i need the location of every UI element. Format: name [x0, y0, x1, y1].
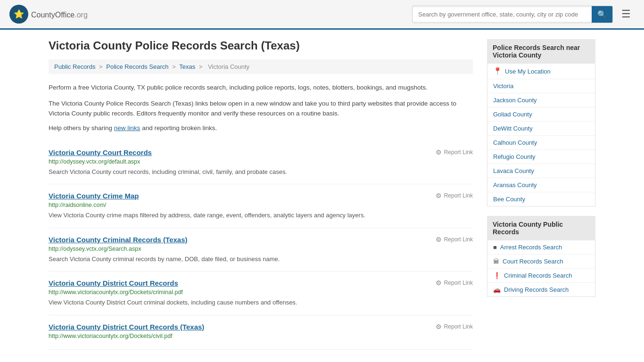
sidebar-nearby-list: 📍 Use My Location Victoria Jackson Count… [487, 64, 595, 206]
breadcrumb-victoria-county: Victoria County [208, 63, 249, 70]
sidebar-item-aransas[interactable]: Aransas County [487, 178, 595, 192]
report-label-3: Report Link [444, 280, 473, 286]
header-right: 🔍 ☰ [412, 6, 635, 23]
report-icon-0: ⚙ [436, 148, 442, 156]
search-input[interactable] [413, 8, 592, 21]
result-desc-3: View Victoria County District Court crim… [49, 298, 473, 307]
court-icon: 🏛 [493, 258, 499, 265]
logo-icon: ⭐ [9, 5, 28, 24]
new-links-link[interactable]: new links [114, 124, 140, 132]
result-item-3: Victoria County District Court Records ⚙… [49, 272, 473, 315]
criminal-records-link[interactable]: Criminal Records Search [504, 272, 572, 279]
court-records-link[interactable]: Court Records Search [503, 258, 563, 265]
result-url-4[interactable]: http://www.victoriacountytx.org/Dockets/… [49, 333, 473, 339]
sidebar-item-calhoun[interactable]: Calhoun County [487, 136, 595, 150]
sidebar-item-bee[interactable]: Bee County [487, 192, 595, 206]
breadcrumb-sep3: > [199, 63, 204, 70]
intro-text-1: Perform a free Victoria County, TX publi… [49, 82, 473, 93]
breadcrumb: Public Records > Police Records Search >… [49, 59, 473, 74]
sidebar-link-victoria[interactable]: Victoria [493, 82, 513, 90]
result-item-0: Victoria County Court Records ⚙ Report L… [49, 141, 473, 185]
result-title-1[interactable]: Victoria County Crime Map [49, 192, 139, 200]
menu-button[interactable]: ☰ [618, 6, 635, 22]
driving-records-link[interactable]: Driving Records Search [504, 286, 569, 293]
breadcrumb-sep1: > [99, 63, 104, 70]
result-url-3[interactable]: http://www.victoriacountytx.org/Dockets/… [49, 289, 473, 296]
main-container: Victoria County Police Records Search (T… [39, 30, 605, 359]
sidebar-link-jackson[interactable]: Jackson County [493, 97, 537, 104]
content-area: Victoria County Police Records Search (T… [49, 39, 473, 350]
report-icon-2: ⚙ [436, 236, 442, 243]
result-item-4: Victoria County District Court Records (… [49, 315, 473, 350]
report-link-4[interactable]: ⚙ Report Link [436, 323, 473, 330]
sidebar-item-lavaca[interactable]: Lavaca County [487, 164, 595, 178]
report-label-4: Report Link [444, 323, 473, 330]
breadcrumb-sep2: > [172, 63, 177, 70]
report-link-1[interactable]: ⚙ Report Link [436, 192, 473, 199]
results-list: Victoria County Court Records ⚙ Report L… [49, 141, 473, 350]
header: ⭐ CountyOffice.org 🔍 ☰ [0, 0, 644, 30]
sidebar-records-list: ■ Arrest Records Search 🏛 Court Records … [487, 240, 595, 297]
breadcrumb-public-records[interactable]: Public Records [54, 63, 95, 70]
sidebar-item-goliad[interactable]: Goliad County [487, 107, 595, 122]
breadcrumb-texas[interactable]: Texas [179, 63, 195, 70]
result-url-0[interactable]: http://odyssey.vctx.org/default.aspx [49, 158, 473, 165]
use-location-label: Use My Location [505, 68, 551, 75]
page-title: Victoria County Police Records Search (T… [49, 39, 473, 52]
report-link-3[interactable]: ⚙ Report Link [436, 279, 473, 287]
logo-text: CountyOffice.org [31, 9, 88, 20]
report-icon-1: ⚙ [436, 192, 442, 199]
sidebar-item-victoria[interactable]: Victoria [487, 79, 595, 93]
sidebar-driving-records[interactable]: 🚗 Driving Records Search [487, 283, 595, 296]
driving-icon: 🚗 [493, 286, 501, 293]
intro-text-2: The Victoria County Police Records Searc… [49, 99, 473, 119]
help-text-before: Help others by sharing [49, 124, 112, 132]
help-text: Help others by sharing new links and rep… [49, 124, 473, 132]
report-label-1: Report Link [444, 192, 473, 199]
sidebar-link-calhoun[interactable]: Calhoun County [493, 139, 537, 146]
sidebar-public-records-section: Victoria County Public Records ■ Arrest … [487, 216, 595, 297]
report-icon-3: ⚙ [436, 279, 442, 287]
result-desc-1: View Victoria County crime maps filtered… [49, 211, 473, 220]
arrest-icon: ■ [493, 244, 497, 251]
report-link-2[interactable]: ⚙ Report Link [436, 236, 473, 243]
result-item-1: Victoria County Crime Map ⚙ Report Link … [49, 184, 473, 228]
report-icon-4: ⚙ [436, 323, 442, 330]
sidebar-public-records-header: Victoria County Public Records [487, 216, 595, 240]
sidebar-link-lavaca[interactable]: Lavaca County [493, 167, 534, 174]
sidebar: Police Records Search near Victoria Coun… [487, 39, 595, 350]
result-desc-0: Search Victoria County court records, in… [49, 167, 473, 177]
search-bar: 🔍 [412, 6, 613, 23]
sidebar-link-refugio[interactable]: Refugio County [493, 153, 536, 160]
sidebar-use-location[interactable]: 📍 Use My Location [487, 64, 595, 79]
sidebar-court-records[interactable]: 🏛 Court Records Search [487, 255, 595, 269]
arrest-records-link[interactable]: Arrest Records Search [500, 244, 562, 251]
search-button[interactable]: 🔍 [592, 6, 612, 23]
result-item-2: Victoria County Criminal Records (Texas)… [49, 228, 473, 272]
logo-suffix: .org [74, 11, 88, 19]
help-text-after: and reporting broken links. [142, 124, 217, 132]
sidebar-link-aransas[interactable]: Aransas County [493, 181, 537, 189]
logo-name: CountyOffice [31, 11, 74, 19]
sidebar-item-dewitt[interactable]: DeWitt County [487, 122, 595, 136]
result-url-2[interactable]: http://odyssey.vctx.org/Search.aspx [49, 246, 473, 252]
sidebar-arrest-records[interactable]: ■ Arrest Records Search [487, 240, 595, 255]
sidebar-criminal-records[interactable]: ❗ Criminal Records Search [487, 269, 595, 283]
location-icon: 📍 [493, 67, 502, 75]
result-title-0[interactable]: Victoria County Court Records [49, 148, 152, 156]
result-title-4[interactable]: Victoria County District Court Records (… [49, 323, 204, 331]
sidebar-item-jackson[interactable]: Jackson County [487, 93, 595, 107]
report-label-0: Report Link [444, 149, 473, 156]
report-label-2: Report Link [444, 236, 473, 243]
criminal-icon: ❗ [493, 272, 501, 279]
sidebar-link-goliad[interactable]: Goliad County [493, 111, 532, 118]
sidebar-link-dewitt[interactable]: DeWitt County [493, 125, 533, 132]
sidebar-link-bee[interactable]: Bee County [493, 196, 525, 203]
logo-area: ⭐ CountyOffice.org [9, 5, 88, 24]
breadcrumb-police-records[interactable]: Police Records Search [106, 63, 168, 70]
report-link-0[interactable]: ⚙ Report Link [436, 148, 473, 156]
result-title-3[interactable]: Victoria County District Court Records [49, 279, 178, 287]
result-title-2[interactable]: Victoria County Criminal Records (Texas) [49, 236, 188, 244]
result-url-1[interactable]: http://raidsonline.com/ [49, 202, 473, 208]
sidebar-item-refugio[interactable]: Refugio County [487, 150, 595, 164]
